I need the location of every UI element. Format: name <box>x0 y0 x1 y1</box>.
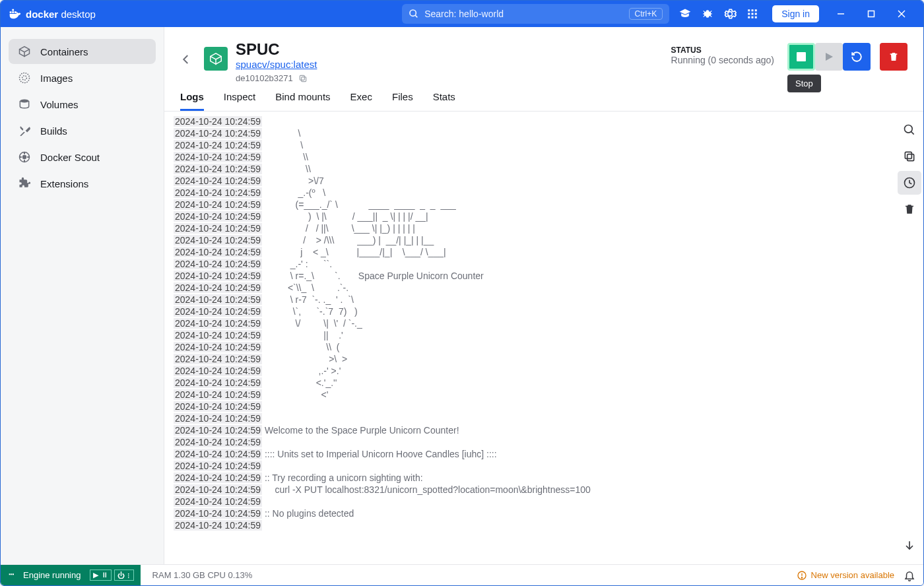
docker-icon <box>7 7 22 21</box>
extensions-icon <box>18 177 31 190</box>
new-version-link[interactable]: New version available <box>797 570 894 581</box>
log-search-button[interactable] <box>898 118 921 142</box>
svg-point-15 <box>20 73 30 83</box>
svg-rect-3 <box>752 9 754 11</box>
status-label: STATUS <box>671 46 774 55</box>
svg-rect-12 <box>869 11 874 17</box>
sidebar-item-volumes[interactable]: Volumes <box>9 92 156 117</box>
container-image-link[interactable]: spuacv/spuc:latest <box>236 59 317 70</box>
status-bar: Engine running ▶ ⏸ ⏻ ⋮ RAM 1.30 GB CPU 0… <box>1 564 923 585</box>
svg-point-17 <box>20 100 28 103</box>
tab-bind-mounts[interactable]: Bind mounts <box>275 91 330 111</box>
log-copy-button[interactable] <box>898 145 921 168</box>
window-maximize[interactable] <box>856 4 886 24</box>
svg-rect-8 <box>748 16 750 18</box>
start-button <box>815 43 843 71</box>
svg-point-0 <box>410 10 416 16</box>
scout-icon <box>18 150 31 164</box>
container-id: de10102b3271 <box>236 73 293 83</box>
svg-rect-9 <box>752 16 754 18</box>
svg-rect-2 <box>748 9 750 11</box>
sidebar-item-extensions[interactable]: Extensions <box>9 171 156 196</box>
sidebar-item-label: Builds <box>40 125 67 137</box>
restart-button[interactable] <box>843 43 871 71</box>
window-minimize[interactable] <box>826 4 856 24</box>
svg-line-1 <box>415 15 417 17</box>
search-shortcut: Ctrl+K <box>629 8 663 20</box>
resource-stats: RAM 1.30 GB CPU 0.13% <box>152 570 253 580</box>
tab-stats[interactable]: Stats <box>433 91 455 111</box>
svg-rect-22 <box>797 52 806 61</box>
notifications-button[interactable] <box>904 570 915 581</box>
svg-line-25 <box>911 132 914 135</box>
engine-status[interactable]: Engine running ▶ ⏸ ⏻ ⋮ <box>1 565 141 585</box>
sidebar-item-builds[interactable]: Builds <box>9 118 156 143</box>
svg-rect-10 <box>755 16 757 18</box>
svg-point-19 <box>23 156 26 159</box>
containers-icon <box>18 45 31 58</box>
container-header: SPUC spuacv/spuc:latest de10102b3271 STA… <box>164 27 923 83</box>
svg-rect-21 <box>300 75 304 80</box>
apps-icon[interactable] <box>746 7 759 20</box>
container-name: SPUC <box>236 40 317 59</box>
log-timestamp-button[interactable] <box>898 171 921 195</box>
sidebar-item-label: Extensions <box>40 178 88 189</box>
bug-icon[interactable] <box>701 7 714 20</box>
sidebar-item-label: Docker Scout <box>40 152 100 163</box>
stop-tooltip: Stop <box>787 75 821 92</box>
svg-rect-20 <box>301 77 306 81</box>
delete-button[interactable] <box>880 43 908 71</box>
tab-exec[interactable]: Exec <box>350 91 372 111</box>
svg-rect-26 <box>908 154 914 161</box>
tab-logs[interactable]: Logs <box>180 91 204 111</box>
svg-rect-5 <box>748 13 750 15</box>
images-icon <box>18 71 31 84</box>
builds-icon <box>18 124 31 137</box>
sign-in-button[interactable]: Sign in <box>772 5 819 22</box>
volumes-icon <box>18 98 31 111</box>
status-value: Running (0 seconds ago) <box>671 55 774 65</box>
log-scroll-bottom-button[interactable] <box>898 534 921 558</box>
engine-play-pause[interactable]: ▶ ⏸ <box>90 570 111 581</box>
academy-icon[interactable] <box>678 7 692 20</box>
svg-point-24 <box>905 125 913 133</box>
tab-files[interactable]: Files <box>392 91 413 111</box>
container-cube-icon <box>204 47 228 71</box>
svg-rect-7 <box>755 13 757 15</box>
sidebar: Containers Images Volumes Builds Docker … <box>1 27 164 564</box>
svg-point-16 <box>22 76 27 81</box>
search-icon <box>409 9 419 19</box>
search-input[interactable] <box>424 9 623 19</box>
docker-small-icon <box>7 570 18 581</box>
svg-point-32 <box>801 577 802 577</box>
sidebar-item-scout[interactable]: Docker Scout <box>9 145 156 170</box>
sidebar-item-images[interactable]: Images <box>9 65 156 90</box>
window-close[interactable] <box>886 4 917 24</box>
log-toolbar <box>896 112 923 564</box>
back-button[interactable] <box>176 49 196 69</box>
svg-rect-4 <box>755 9 757 11</box>
svg-rect-6 <box>752 13 754 15</box>
info-icon <box>797 570 807 581</box>
log-output[interactable]: 2024-10-24 10:24:59 2024-10-24 10:24:59 … <box>164 112 896 564</box>
tab-inspect[interactable]: Inspect <box>224 91 255 111</box>
app-logo: docker desktop <box>7 7 96 21</box>
search-bar[interactable]: Ctrl+K <box>402 4 669 24</box>
gear-icon[interactable] <box>723 7 737 20</box>
sidebar-item-label: Containers <box>40 46 88 57</box>
engine-power[interactable]: ⏻ ⋮ <box>114 570 134 581</box>
stop-button[interactable] <box>787 43 815 71</box>
sidebar-item-label: Volumes <box>40 99 79 110</box>
svg-rect-27 <box>905 152 911 158</box>
svg-marker-23 <box>826 53 833 61</box>
sidebar-item-label: Images <box>40 73 73 84</box>
sidebar-item-containers[interactable]: Containers <box>9 39 156 64</box>
title-bar: docker desktop Ctrl+K Sign in <box>1 1 923 27</box>
log-clear-button[interactable] <box>898 197 921 221</box>
copy-icon[interactable] <box>298 74 308 83</box>
